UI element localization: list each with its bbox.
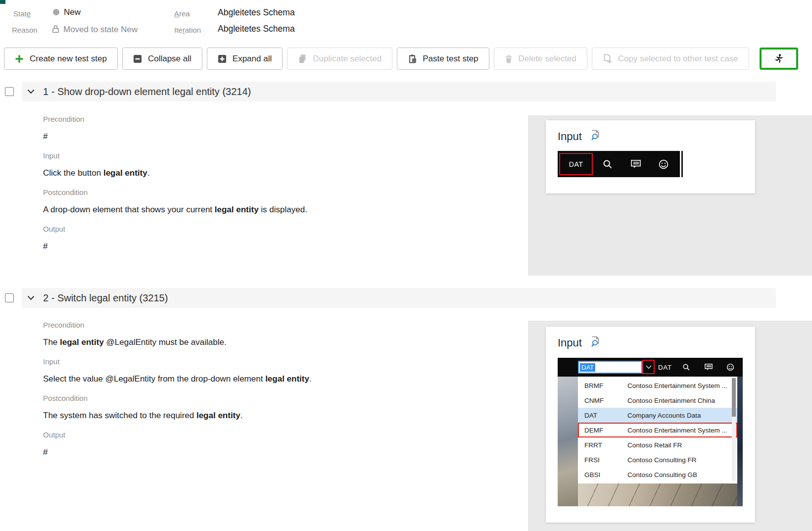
state-label: State	[13, 9, 31, 18]
field-label: Output	[43, 225, 513, 233]
dropdown-row-selected: DATCompany Accounts Data	[578, 408, 737, 423]
scrollbar	[732, 378, 736, 481]
search-icon	[603, 159, 613, 169]
legal-entity-combobox: DAT	[578, 361, 642, 374]
step2-content: Precondition The legal entity @LegalEnti…	[43, 321, 513, 467]
dropdown-row: FRSIContoso Consulting FR	[578, 452, 737, 467]
preview-attachment-icon[interactable]	[590, 130, 601, 143]
create-new-test-step-button[interactable]: Create new test step	[4, 48, 118, 70]
d365-navbar: DAT	[558, 151, 680, 177]
step1-header: 1 - Show drop-down element legal entity …	[22, 82, 776, 101]
legal-entity-button: DAT	[658, 364, 672, 371]
state-value[interactable]: New	[53, 7, 81, 17]
step1-checkbox[interactable]	[5, 87, 14, 96]
screenshot-edge	[681, 151, 683, 177]
dropdown-row: FRRTContoso Retail FR	[578, 437, 737, 452]
duplicate-icon	[298, 54, 307, 63]
feedback-icon	[705, 364, 713, 371]
step1-screenshot: DAT	[558, 151, 683, 177]
collapse-icon	[133, 54, 142, 63]
field-value[interactable]: #	[43, 241, 513, 251]
step2-screenshot: DAT DAT BRMFContoso Entertainment System…	[558, 358, 743, 506]
dropdown-row: GBSIContoso Consulting GB	[578, 467, 737, 482]
area-label: Area	[174, 9, 190, 18]
dropdown-row: CNMFContoso Entertainment China	[578, 393, 737, 408]
search-icon	[682, 363, 690, 371]
iteration-label: Iteration	[174, 26, 201, 34]
dropdown-row-annotated: DEMFContoso Entertainment System ...	[578, 423, 737, 437]
step1-content: Precondition # Input Click the button le…	[43, 115, 513, 261]
duplicate-selected-button: Duplicate selected	[287, 48, 392, 70]
preview-attachment-icon[interactable]	[590, 336, 601, 349]
feedback-icon	[631, 159, 641, 169]
step1-attachment-panel: Input DAT	[528, 115, 812, 276]
run-test-button[interactable]	[760, 48, 798, 70]
attachment-title: Input	[558, 130, 582, 143]
d365-navbar: DAT DAT	[558, 358, 743, 377]
field-value[interactable]: Select the value @LegalEntity from the d…	[43, 374, 513, 384]
field-label: Output	[43, 431, 513, 439]
chevron-down-icon[interactable]	[27, 89, 35, 94]
smiley-icon	[659, 159, 669, 169]
step1-title: 1 - Show drop-down element legal entity …	[43, 86, 251, 97]
legal-entity-button-annotated: DAT	[559, 153, 593, 175]
dropdown-row: BRMFContoso Entertainment System ...	[578, 378, 737, 393]
field-value[interactable]: #	[43, 132, 513, 142]
smiley-icon	[726, 363, 734, 371]
field-label: Precondition	[43, 321, 513, 329]
trash-icon	[505, 54, 513, 63]
field-label: Precondition	[43, 115, 513, 123]
background-photo	[558, 377, 578, 506]
delete-selected-button: Delete selected	[494, 48, 587, 70]
collapse-all-button[interactable]: Collapse all	[122, 48, 202, 70]
state-dot-icon	[53, 9, 59, 15]
reason-label: Reason	[12, 26, 38, 34]
paste-test-step-button[interactable]: Paste test step	[397, 48, 489, 70]
step2-checkbox[interactable]	[5, 293, 14, 302]
test-step-toolbar: Create new test step Collapse all Expand…	[4, 48, 798, 70]
legal-entity-dropdown: BRMFContoso Entertainment System ... CNM…	[578, 377, 737, 483]
iteration-value[interactable]: Abgleitetes Schema	[218, 24, 295, 34]
field-value[interactable]: The legal entity @LegalEntity must be av…	[43, 338, 513, 347]
expand-icon	[218, 54, 227, 63]
area-value[interactable]: Abgleitetes Schema	[218, 7, 295, 18]
background-photo	[578, 483, 737, 506]
test-case-editor: State New Reason Moved to state New Area…	[0, 0, 812, 531]
field-label: Input	[43, 151, 513, 160]
step2-attachment-panel: Input DAT DAT BRMFContoso Entertainment …	[528, 321, 812, 531]
step2-attachment-card: Input DAT DAT BRMFContoso Entertainment …	[546, 327, 755, 523]
field-value[interactable]: A drop-down element that shows your curr…	[43, 205, 513, 215]
field-value[interactable]: Click the button legal entity.	[43, 168, 513, 178]
copy-arrow-icon	[603, 54, 612, 63]
expand-all-button[interactable]: Expand all	[207, 48, 283, 70]
attachment-title: Input	[558, 337, 582, 349]
field-label: Input	[43, 357, 513, 366]
copy-to-other-test-case-button: Copy selected to other test case	[592, 48, 749, 70]
runner-icon	[773, 53, 784, 64]
step2-header: 2 - Switch legal entity (3215)	[22, 288, 776, 308]
combobox-chevron-annotated	[642, 360, 655, 374]
scrollbar-thumb	[732, 378, 736, 417]
step1-attachment-card: Input DAT	[546, 120, 755, 193]
corner-accent	[0, 0, 5, 4]
background-photo	[737, 377, 743, 506]
chevron-down-icon[interactable]	[27, 295, 35, 300]
field-label: Postcondition	[43, 188, 513, 196]
field-label: Postcondition	[43, 394, 513, 402]
field-value[interactable]: The system has switched to the required …	[43, 411, 513, 421]
step2-title: 2 - Switch legal entity (3215)	[43, 292, 168, 304]
plus-icon	[15, 54, 24, 63]
field-value[interactable]: #	[43, 447, 513, 457]
lock-icon	[52, 25, 59, 36]
reason-value[interactable]: Moved to state New	[52, 25, 138, 36]
paste-icon	[408, 54, 417, 63]
